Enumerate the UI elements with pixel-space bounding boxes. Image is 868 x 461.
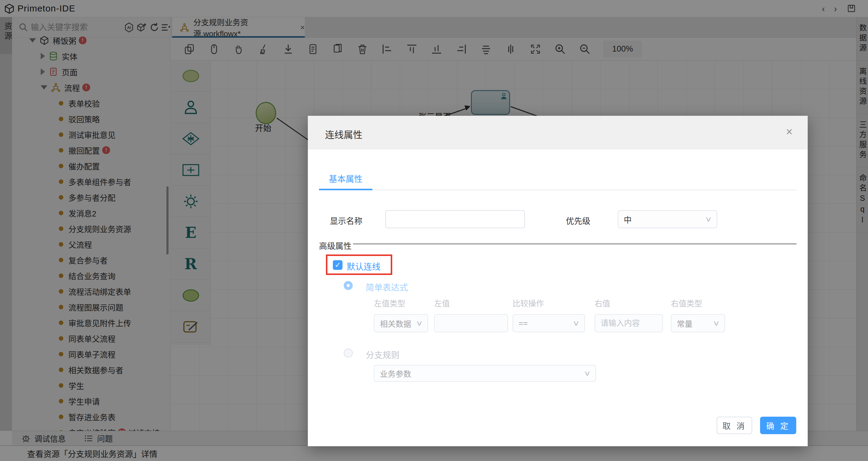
default-line-label: 默认连线	[347, 260, 380, 272]
priority-label: 优先级	[566, 215, 590, 226]
simple-expression-label: 简单表达式	[366, 281, 408, 293]
compare-op-column-label: 比较操作	[513, 297, 544, 308]
chevron-down-icon: ∨	[572, 319, 580, 328]
dialog-header: 连线属性 ×	[308, 116, 808, 150]
active-tab-underline	[319, 189, 372, 190]
right-type-select[interactable]: 常量 ∨	[671, 314, 725, 332]
left-type-select[interactable]: 相关数据 ∨	[374, 314, 428, 332]
priority-select[interactable]: 中 ∨	[618, 210, 717, 228]
branch-rule-label: 分支规则	[366, 348, 400, 361]
ok-button[interactable]: 确 定	[760, 417, 796, 434]
compare-op-select[interactable]: == ∨	[513, 314, 585, 332]
display-name-label: 显示名称	[330, 215, 362, 226]
edge-properties-dialog: 连线属性 × 基本属性 显示名称 优先级 中 ∨ 高级属性 ✓ 默认连线 简单表…	[308, 116, 808, 446]
dialog-title: 连线属性	[325, 127, 362, 141]
display-name-input[interactable]	[385, 210, 525, 228]
highlight-red-box: ✓ 默认连线	[326, 254, 392, 275]
left-type-column-label: 左值类型	[374, 297, 405, 308]
section-divider	[353, 244, 797, 244]
right-value-input[interactable]	[594, 314, 663, 332]
default-line-checkbox[interactable]: ✓	[333, 260, 342, 270]
dialog-close-icon[interactable]: ×	[786, 126, 793, 137]
branch-param-select[interactable]: 业务参数 ∨	[374, 365, 596, 382]
chevron-down-icon: ∨	[713, 319, 720, 328]
priority-value: 中	[624, 214, 632, 225]
right-type-column-label: 右值类型	[671, 297, 702, 308]
branch-param-value: 业务参数	[380, 368, 411, 379]
chevron-down-icon: ∨	[584, 369, 591, 377]
compare-op-value: ==	[519, 319, 528, 328]
tab-divider	[319, 190, 797, 190]
simple-expression-radio[interactable]	[344, 281, 353, 290]
tab-basic-properties[interactable]: 基本属性	[319, 173, 372, 185]
cancel-button[interactable]: 取 消	[717, 417, 752, 434]
chevron-down-icon: ∨	[416, 319, 423, 328]
left-type-value: 相关数据	[380, 318, 411, 329]
chevron-down-icon: ∨	[705, 215, 712, 223]
branch-rule-radio[interactable]	[344, 348, 353, 358]
right-type-value: 常量	[677, 318, 692, 329]
left-value-column-label: 左值	[434, 297, 450, 308]
right-value-column-label: 右值	[594, 297, 610, 308]
advanced-section-label: 高级属性	[319, 240, 351, 251]
left-value-input[interactable]	[434, 314, 508, 332]
